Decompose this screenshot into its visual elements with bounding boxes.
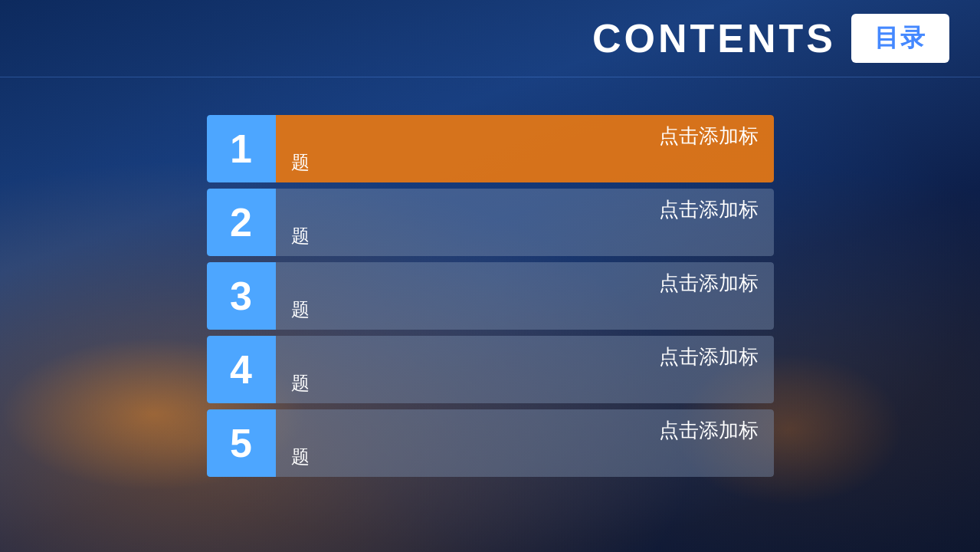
item-number-5: 5: [207, 409, 276, 477]
item-top-text-2: 点击添加标: [291, 196, 759, 223]
item-number-4: 4: [207, 336, 276, 403]
item-content-1[interactable]: 点击添加标题: [276, 115, 774, 182]
item-content-5[interactable]: 点击添加标题: [276, 409, 774, 477]
separator-line: [0, 77, 980, 77]
list-item-5[interactable]: 5点击添加标题: [207, 409, 774, 477]
mulu-badge[interactable]: 目录: [851, 14, 949, 63]
main-content: 1点击添加标题2点击添加标题3点击添加标题4点击添加标题5点击添加标题: [0, 100, 980, 552]
item-content-2[interactable]: 点击添加标题: [276, 189, 774, 256]
list-item-1[interactable]: 1点击添加标题: [207, 115, 774, 182]
item-top-text-4: 点击添加标: [291, 343, 759, 370]
item-top-text-1: 点击添加标: [291, 123, 759, 150]
list-item-3[interactable]: 3点击添加标题: [207, 262, 774, 330]
item-bottom-text-1: 题: [291, 150, 759, 175]
item-number-1: 1: [207, 115, 276, 182]
item-bottom-text-2: 题: [291, 224, 759, 248]
page-title: CONTENTS: [592, 15, 836, 61]
list-item-4[interactable]: 4点击添加标题: [207, 336, 774, 403]
item-content-4[interactable]: 点击添加标题: [276, 336, 774, 403]
list-item-2[interactable]: 2点击添加标题: [207, 189, 774, 256]
item-bottom-text-4: 题: [291, 371, 759, 396]
item-top-text-5: 点击添加标: [291, 417, 759, 444]
item-bottom-text-3: 题: [291, 297, 759, 322]
item-number-3: 3: [207, 262, 276, 330]
item-number-2: 2: [207, 189, 276, 256]
item-content-3[interactable]: 点击添加标题: [276, 262, 774, 330]
item-bottom-text-5: 题: [291, 445, 759, 469]
header: CONTENTS 目录: [0, 0, 980, 77]
item-top-text-3: 点击添加标: [291, 270, 759, 297]
